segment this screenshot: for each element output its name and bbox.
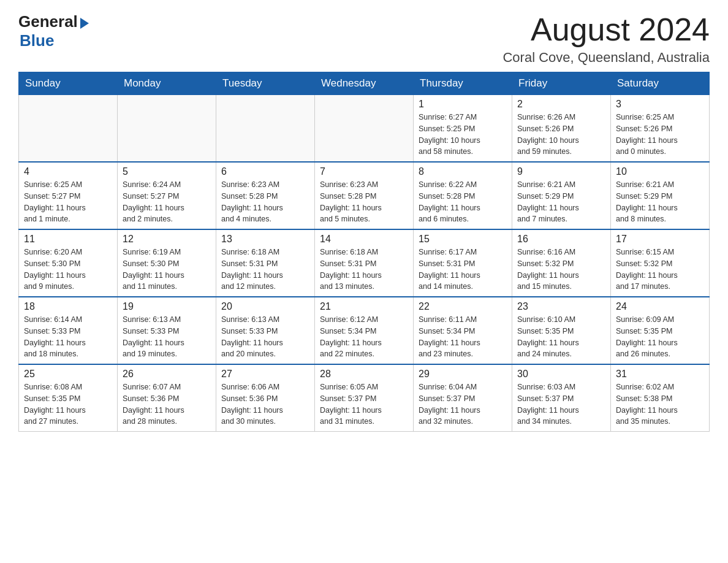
day-number: 8 [419, 166, 507, 177]
day-info: Sunrise: 6:26 AMSunset: 5:26 PMDaylight:… [517, 112, 605, 158]
weekday-header-monday: Monday [118, 72, 216, 95]
day-info: Sunrise: 6:11 AMSunset: 5:34 PMDaylight:… [419, 314, 507, 360]
day-info: Sunrise: 6:02 AMSunset: 5:38 PMDaylight:… [616, 381, 704, 427]
day-info: Sunrise: 6:19 AMSunset: 5:30 PMDaylight:… [123, 247, 211, 293]
day-number: 20 [221, 301, 309, 312]
day-info: Sunrise: 6:05 AMSunset: 5:37 PMDaylight:… [320, 381, 408, 427]
calendar-day-cell: 20Sunrise: 6:13 AMSunset: 5:33 PMDayligh… [216, 297, 315, 364]
day-info: Sunrise: 6:22 AMSunset: 5:28 PMDaylight:… [419, 179, 507, 225]
day-info: Sunrise: 6:18 AMSunset: 5:31 PMDaylight:… [221, 247, 309, 293]
calendar-day-cell: 12Sunrise: 6:19 AMSunset: 5:30 PMDayligh… [118, 229, 216, 297]
calendar-day-cell: 19Sunrise: 6:13 AMSunset: 5:33 PMDayligh… [118, 297, 216, 364]
day-info: Sunrise: 6:12 AMSunset: 5:34 PMDaylight:… [320, 314, 408, 360]
calendar-day-cell: 4Sunrise: 6:25 AMSunset: 5:27 PMDaylight… [19, 162, 118, 229]
day-info: Sunrise: 6:04 AMSunset: 5:37 PMDaylight:… [419, 381, 507, 427]
weekday-header-friday: Friday [512, 72, 611, 95]
calendar-week-row: 18Sunrise: 6:14 AMSunset: 5:33 PMDayligh… [19, 297, 710, 364]
calendar-day-cell: 11Sunrise: 6:20 AMSunset: 5:30 PMDayligh… [19, 229, 118, 297]
day-info: Sunrise: 6:15 AMSunset: 5:32 PMDaylight:… [616, 247, 704, 293]
logo: General Blue [18, 12, 89, 50]
location-subtitle: Coral Cove, Queensland, Australia [502, 50, 710, 66]
calendar-day-cell: 2Sunrise: 6:26 AMSunset: 5:26 PMDaylight… [512, 95, 611, 163]
day-number: 12 [123, 234, 211, 245]
day-info: Sunrise: 6:10 AMSunset: 5:35 PMDaylight:… [517, 314, 605, 360]
calendar-week-row: 11Sunrise: 6:20 AMSunset: 5:30 PMDayligh… [19, 229, 710, 297]
calendar-day-cell: 17Sunrise: 6:15 AMSunset: 5:32 PMDayligh… [611, 229, 710, 297]
day-info: Sunrise: 6:06 AMSunset: 5:36 PMDaylight:… [221, 381, 309, 427]
day-number: 10 [616, 166, 704, 177]
day-number: 6 [221, 166, 309, 177]
calendar-day-cell [315, 95, 414, 163]
day-info: Sunrise: 6:23 AMSunset: 5:28 PMDaylight:… [320, 179, 408, 225]
calendar-day-cell [19, 95, 118, 163]
calendar-day-cell: 30Sunrise: 6:03 AMSunset: 5:37 PMDayligh… [512, 364, 611, 432]
day-number: 29 [419, 369, 507, 380]
calendar-day-cell: 10Sunrise: 6:21 AMSunset: 5:29 PMDayligh… [611, 162, 710, 229]
day-number: 23 [517, 301, 605, 312]
day-info: Sunrise: 6:25 AMSunset: 5:26 PMDaylight:… [616, 112, 704, 158]
calendar-day-cell: 8Sunrise: 6:22 AMSunset: 5:28 PMDaylight… [414, 162, 512, 229]
day-info: Sunrise: 6:27 AMSunset: 5:25 PMDaylight:… [419, 112, 507, 158]
weekday-header-sunday: Sunday [19, 72, 118, 95]
page-header: General Blue August 2024 Coral Cove, Que… [18, 12, 710, 66]
calendar-table: SundayMondayTuesdayWednesdayThursdayFrid… [18, 72, 710, 432]
day-info: Sunrise: 6:23 AMSunset: 5:28 PMDaylight:… [221, 179, 309, 225]
weekday-header-saturday: Saturday [611, 72, 710, 95]
weekday-header-wednesday: Wednesday [315, 72, 414, 95]
day-info: Sunrise: 6:25 AMSunset: 5:27 PMDaylight:… [24, 179, 112, 225]
day-number: 2 [517, 99, 605, 110]
weekday-header-tuesday: Tuesday [216, 72, 315, 95]
calendar-week-row: 1Sunrise: 6:27 AMSunset: 5:25 PMDaylight… [19, 95, 710, 163]
calendar-day-cell: 24Sunrise: 6:09 AMSunset: 5:35 PMDayligh… [611, 297, 710, 364]
calendar-day-cell: 15Sunrise: 6:17 AMSunset: 5:31 PMDayligh… [414, 229, 512, 297]
day-number: 7 [320, 166, 408, 177]
calendar-day-cell: 29Sunrise: 6:04 AMSunset: 5:37 PMDayligh… [414, 364, 512, 432]
day-number: 3 [616, 99, 704, 110]
calendar-day-cell: 18Sunrise: 6:14 AMSunset: 5:33 PMDayligh… [19, 297, 118, 364]
day-number: 4 [24, 166, 112, 177]
day-info: Sunrise: 6:08 AMSunset: 5:35 PMDaylight:… [24, 381, 112, 427]
logo-arrow-icon [80, 18, 89, 29]
logo-blue-text: Blue [20, 31, 54, 50]
calendar-day-cell: 26Sunrise: 6:07 AMSunset: 5:36 PMDayligh… [118, 364, 216, 432]
calendar-day-cell: 13Sunrise: 6:18 AMSunset: 5:31 PMDayligh… [216, 229, 315, 297]
calendar-day-cell: 22Sunrise: 6:11 AMSunset: 5:34 PMDayligh… [414, 297, 512, 364]
day-info: Sunrise: 6:17 AMSunset: 5:31 PMDaylight:… [419, 247, 507, 293]
day-number: 5 [123, 166, 211, 177]
day-info: Sunrise: 6:18 AMSunset: 5:31 PMDaylight:… [320, 247, 408, 293]
weekday-header-thursday: Thursday [414, 72, 512, 95]
calendar-day-cell: 16Sunrise: 6:16 AMSunset: 5:32 PMDayligh… [512, 229, 611, 297]
day-number: 18 [24, 301, 112, 312]
calendar-day-cell: 7Sunrise: 6:23 AMSunset: 5:28 PMDaylight… [315, 162, 414, 229]
logo-general-text: General [18, 12, 78, 31]
day-number: 24 [616, 301, 704, 312]
calendar-day-cell: 1Sunrise: 6:27 AMSunset: 5:25 PMDaylight… [414, 95, 512, 163]
day-info: Sunrise: 6:09 AMSunset: 5:35 PMDaylight:… [616, 314, 704, 360]
month-title: August 2024 [502, 12, 710, 47]
calendar-day-cell: 31Sunrise: 6:02 AMSunset: 5:38 PMDayligh… [611, 364, 710, 432]
day-number: 30 [517, 369, 605, 380]
day-info: Sunrise: 6:24 AMSunset: 5:27 PMDaylight:… [123, 179, 211, 225]
calendar-day-cell [216, 95, 315, 163]
day-number: 15 [419, 234, 507, 245]
calendar-week-row: 25Sunrise: 6:08 AMSunset: 5:35 PMDayligh… [19, 364, 710, 432]
calendar-week-row: 4Sunrise: 6:25 AMSunset: 5:27 PMDaylight… [19, 162, 710, 229]
calendar-day-cell: 6Sunrise: 6:23 AMSunset: 5:28 PMDaylight… [216, 162, 315, 229]
day-number: 28 [320, 369, 408, 380]
calendar-day-cell [118, 95, 216, 163]
calendar-day-cell: 21Sunrise: 6:12 AMSunset: 5:34 PMDayligh… [315, 297, 414, 364]
day-number: 11 [24, 234, 112, 245]
title-section: August 2024 Coral Cove, Queensland, Aust… [502, 12, 710, 66]
calendar-day-cell: 14Sunrise: 6:18 AMSunset: 5:31 PMDayligh… [315, 229, 414, 297]
day-number: 16 [517, 234, 605, 245]
calendar-day-cell: 25Sunrise: 6:08 AMSunset: 5:35 PMDayligh… [19, 364, 118, 432]
day-info: Sunrise: 6:07 AMSunset: 5:36 PMDaylight:… [123, 381, 211, 427]
calendar-day-cell: 9Sunrise: 6:21 AMSunset: 5:29 PMDaylight… [512, 162, 611, 229]
calendar-day-cell: 23Sunrise: 6:10 AMSunset: 5:35 PMDayligh… [512, 297, 611, 364]
day-info: Sunrise: 6:03 AMSunset: 5:37 PMDaylight:… [517, 381, 605, 427]
weekday-header-row: SundayMondayTuesdayWednesdayThursdayFrid… [19, 72, 710, 95]
day-info: Sunrise: 6:16 AMSunset: 5:32 PMDaylight:… [517, 247, 605, 293]
day-number: 14 [320, 234, 408, 245]
calendar-day-cell: 5Sunrise: 6:24 AMSunset: 5:27 PMDaylight… [118, 162, 216, 229]
day-info: Sunrise: 6:21 AMSunset: 5:29 PMDaylight:… [517, 179, 605, 225]
